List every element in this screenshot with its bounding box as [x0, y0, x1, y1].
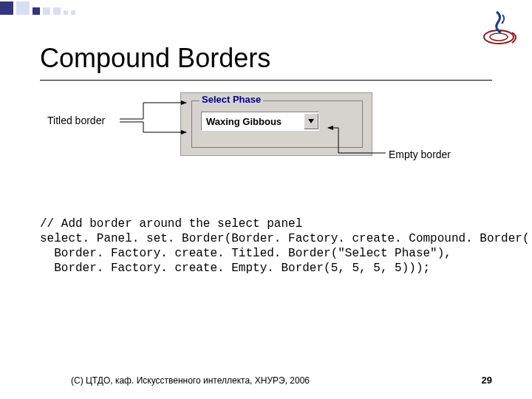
svg-marker-9 — [308, 119, 314, 123]
code-line: select. Panel. set. Border(Border. Facto… — [40, 232, 530, 245]
svg-rect-2 — [33, 7, 40, 15]
border-figure: Titled border Empty border Select Phase … — [40, 89, 492, 208]
titled-border-label: Select Phase — [200, 94, 263, 105]
code-line: // Add border around the select panel — [40, 217, 302, 231]
slide-top-decoration — [0, 0, 532, 16]
svg-rect-4 — [53, 7, 61, 15]
phase-combobox[interactable]: Waxing Gibbous — [201, 112, 319, 131]
code-line: Border. Factory. create. Titled. Border(… — [40, 247, 451, 260]
svg-point-8 — [490, 33, 508, 41]
chevron-down-icon — [308, 119, 314, 123]
slide-footer: (С) ЦТДО, каф. Искусственного интеллекта… — [0, 375, 532, 386]
titled-border-caption: Titled border — [47, 115, 105, 126]
svg-rect-0 — [0, 1, 13, 15]
empty-border-caption: Empty border — [389, 149, 451, 160]
svg-rect-3 — [43, 7, 50, 15]
demo-panel: Select Phase Waxing Gibbous — [180, 92, 372, 156]
code-block: // Add border around the select panel se… — [40, 216, 492, 276]
copyright-text: (С) ЦТДО, каф. Искусственного интеллекта… — [71, 375, 310, 386]
svg-rect-1 — [16, 1, 30, 15]
titled-border-box: Select Phase Waxing Gibbous — [191, 100, 363, 148]
slide-title: Compound Borders — [40, 43, 532, 74]
svg-rect-5 — [64, 10, 68, 15]
svg-rect-6 — [71, 10, 75, 15]
code-line: Border. Factory. create. Empty. Border(5… — [40, 262, 430, 275]
combo-dropdown-button[interactable] — [304, 113, 318, 129]
title-divider — [40, 80, 492, 81]
combo-value: Waxing Gibbous — [202, 116, 304, 127]
page-number: 29 — [482, 375, 492, 386]
java-logo-icon — [479, 7, 519, 47]
